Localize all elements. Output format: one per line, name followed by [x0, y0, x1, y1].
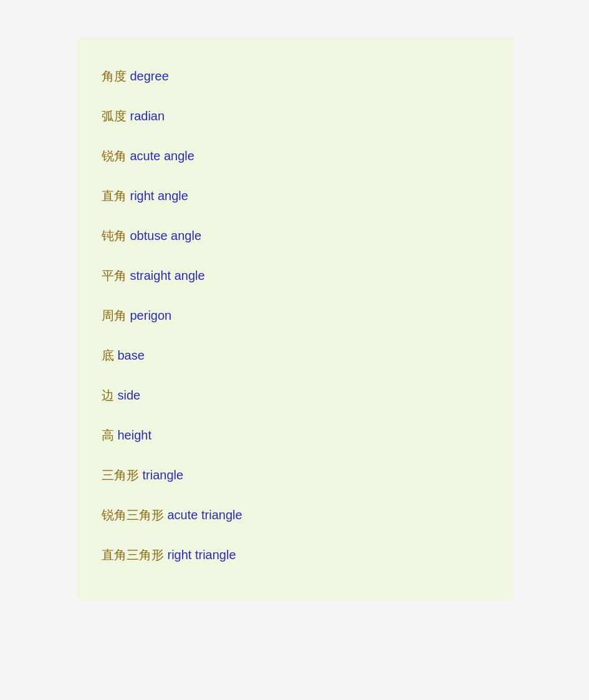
vocab-item: 高height	[102, 415, 488, 455]
chinese-term: 锐角	[102, 149, 127, 163]
chinese-term: 周角	[102, 309, 127, 322]
vocab-item: 钝角obtuse angle	[102, 216, 488, 256]
vocab-item: 底base	[102, 335, 488, 375]
vocab-item: 直角right angle	[102, 176, 488, 216]
english-term: right triangle	[168, 548, 236, 562]
english-term: straight angle	[130, 269, 205, 282]
vocab-item: 弧度radian	[102, 96, 488, 136]
vocab-item: 平角straight angle	[102, 256, 488, 295]
chinese-term: 锐角三角形	[102, 508, 164, 522]
chinese-term: 三角形	[102, 468, 139, 482]
chinese-term: 底	[102, 348, 114, 362]
chinese-term: 直角三角形	[102, 548, 164, 562]
english-term: right angle	[130, 189, 188, 203]
chinese-term: 边	[102, 388, 114, 402]
english-term: side	[118, 388, 141, 402]
vocab-item: 边side	[102, 375, 488, 415]
english-term: perigon	[130, 309, 172, 322]
vocab-item: 锐角三角形acute triangle	[102, 495, 488, 535]
vocab-item: 三角形triangle	[102, 455, 488, 495]
english-term: acute triangle	[168, 508, 242, 522]
chinese-term: 直角	[102, 189, 127, 203]
chinese-term: 高	[102, 428, 114, 442]
english-term: height	[118, 428, 152, 442]
chinese-term: 钝角	[102, 229, 127, 242]
english-term: base	[118, 348, 145, 362]
english-term: triangle	[143, 468, 184, 482]
chinese-term: 角度	[102, 69, 127, 83]
english-term: degree	[130, 69, 169, 83]
english-term: acute angle	[130, 149, 194, 163]
vocab-item: 周角perigon	[102, 295, 488, 335]
vocab-item: 直角三角形right triangle	[102, 535, 488, 575]
vocab-card: 角度degree弧度radian锐角acute angle直角right ang…	[77, 37, 513, 600]
vocab-item: 锐角acute angle	[102, 136, 488, 176]
chinese-term: 弧度	[102, 109, 127, 123]
english-term: radian	[130, 109, 165, 123]
english-term: obtuse angle	[130, 229, 202, 242]
vocab-item: 角度degree	[102, 56, 488, 96]
chinese-term: 平角	[102, 269, 127, 282]
